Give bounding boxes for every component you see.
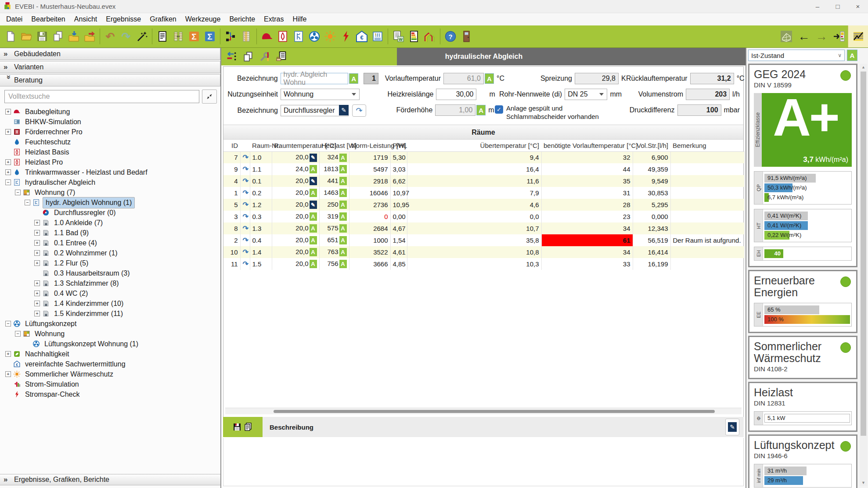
- table-cell[interactable]: 441A: [319, 175, 349, 187]
- table-cell[interactable]: 20,0A: [272, 222, 319, 234]
- table-cell[interactable]: 23: [541, 211, 633, 222]
- expand-icon[interactable]: +: [34, 280, 40, 286]
- table-cell[interactable]: 35: [541, 175, 633, 187]
- schema-icon[interactable]: [223, 28, 238, 45]
- compare-columns-icon[interactable]: [170, 28, 186, 45]
- vorlauftemperatur-field[interactable]: 61,0: [443, 73, 484, 84]
- table-cell[interactable]: 10,97: [390, 187, 407, 199]
- new-document-icon[interactable]: [3, 28, 18, 45]
- tree-item-label[interactable]: 0.2 Wohnzimmer (1): [52, 249, 119, 258]
- tree-item[interactable]: −Wohnung: [0, 329, 220, 339]
- sum-orange-icon[interactable]: Σ: [186, 28, 202, 45]
- table-cell[interactable]: 28: [541, 199, 633, 211]
- table-cell[interactable]: 7: [223, 151, 240, 163]
- tree-item-label[interactable]: 1.2 Flur (5): [52, 259, 90, 268]
- result-card-geg-2024[interactable]: GEG 2024DIN V 18599EffizienzklasseA+3,7 …: [748, 64, 857, 267]
- electricity-bolt-icon[interactable]: [338, 28, 354, 45]
- goto-room-icon[interactable]: ↷: [243, 248, 249, 256]
- table-cell[interactable]: [670, 211, 744, 222]
- goto-room-icon[interactable]: ↷: [243, 154, 249, 161]
- table-cell[interactable]: 56,519: [633, 234, 670, 246]
- expand-icon[interactable]: +: [5, 109, 11, 115]
- tree-item[interactable]: BHKW-Simulation: [0, 117, 220, 127]
- table-cell[interactable]: 20,0✎: [272, 199, 319, 211]
- table-cell[interactable]: [670, 199, 744, 211]
- tree-item-label[interactable]: Förderrechner Pro: [23, 128, 84, 136]
- tree-item[interactable]: Strom-Simulation: [0, 379, 220, 389]
- column-header[interactable]: P/HL: [390, 140, 407, 151]
- results-panel-bar[interactable]: » Ergebnisse, Grafiken, Berichte: [0, 474, 220, 485]
- expand-icon[interactable]: +: [5, 129, 11, 135]
- tree-item[interactable]: −Lüftungskonzept: [0, 319, 220, 329]
- table-cell[interactable]: ↷: [240, 211, 250, 222]
- ventilation-fan-icon[interactable]: [306, 28, 322, 45]
- tree-item[interactable]: €vereinfachte Sachwertermittlung: [0, 359, 220, 369]
- scroll-up-icon[interactable]: ▲: [860, 64, 867, 71]
- help-icon[interactable]: ?: [443, 28, 458, 45]
- section-bar-beratung[interactable]: »Beratung: [0, 74, 220, 86]
- table-cell[interactable]: Der Raum ist aufgrund.: [670, 234, 744, 246]
- collapse-icon[interactable]: −: [5, 179, 11, 185]
- table-cell[interactable]: ↷: [240, 246, 250, 258]
- exit-door-icon[interactable]: [458, 28, 474, 45]
- table-cell[interactable]: 32: [541, 151, 633, 163]
- table-cell[interactable]: 30,853: [633, 187, 670, 199]
- tree-item[interactable]: Lüftungskonzept Wohnung (1): [0, 339, 220, 349]
- scroll-down-icon[interactable]: ▼: [860, 479, 867, 486]
- menu-berichte[interactable]: Berichte: [225, 14, 259, 25]
- table-cell[interactable]: 6,62: [390, 175, 407, 187]
- edit-pencil-icon[interactable]: ✎: [339, 105, 349, 115]
- tree-item-label[interactable]: hydraulischer Abgleich: [23, 178, 97, 187]
- tree-item[interactable]: +1.4 Kinderzimmer (10): [0, 298, 220, 309]
- menu-extras[interactable]: Extras: [259, 14, 288, 25]
- table-cell[interactable]: 34: [541, 246, 633, 258]
- scrollbar-thumb[interactable]: [274, 410, 715, 413]
- table-cell[interactable]: 20,0A: [272, 246, 319, 258]
- table-cell[interactable]: 0.1: [250, 175, 272, 187]
- tree-item-label[interactable]: 0.1 Entree (4): [52, 239, 99, 248]
- table-cell[interactable]: 49,359: [633, 163, 670, 175]
- text-report-icon[interactable]: [155, 28, 170, 45]
- tree-item-label[interactable]: 1.3 Schlafzimmer (8): [52, 279, 121, 288]
- result-card-sommerlicher-w-rmeschutz[interactable]: Sommerlicher WärmeschutzDIN 4108-2: [748, 336, 857, 379]
- table-cell[interactable]: 763A: [319, 246, 349, 258]
- table-cell[interactable]: 4: [223, 175, 240, 187]
- table-cell[interactable]: ↷: [240, 199, 250, 211]
- copy-icon[interactable]: [50, 28, 66, 45]
- expand-icon[interactable]: +: [34, 291, 40, 296]
- table-cell[interactable]: 3522: [349, 246, 390, 258]
- column-header[interactable]: Übertemperatur [°C]: [407, 140, 541, 151]
- undo-icon[interactable]: ↶: [102, 28, 118, 45]
- heating-flame-icon[interactable]: [275, 28, 291, 45]
- column-header[interactable]: ID: [223, 140, 240, 151]
- table-cell[interactable]: 0,0: [407, 211, 541, 222]
- column-header[interactable]: benötigte Vorlauftemperatur [°C]: [541, 140, 633, 151]
- tree-item[interactable]: +1.5 Kinderzimmer (11): [0, 309, 220, 319]
- expand-icon[interactable]: +: [5, 351, 11, 357]
- table-cell[interactable]: 1.0: [250, 151, 272, 163]
- expand-icon[interactable]: +: [34, 301, 40, 306]
- table-cell[interactable]: 10: [223, 246, 240, 258]
- tree-item-label[interactable]: Nachhaltigkeit: [23, 350, 71, 359]
- tree-item-label[interactable]: 1.4 Kinderzimmer (10): [52, 299, 125, 308]
- tree-item-label[interactable]: Sommerlicher Wärmeschutz: [23, 370, 115, 379]
- collapse-icon[interactable]: −: [15, 190, 21, 195]
- heizkreislaenge-field[interactable]: 30,00: [436, 89, 476, 100]
- table-cell[interactable]: 756A: [319, 258, 349, 270]
- tree-item[interactable]: +Heizlast Pro: [0, 157, 220, 167]
- table-cell[interactable]: ↷: [240, 163, 250, 175]
- rohrnennweite-select[interactable]: DN 25: [565, 89, 607, 100]
- menu-ergebnisse[interactable]: Ergebnisse: [101, 14, 145, 25]
- energy-label-icon[interactable]: [406, 28, 422, 45]
- table-cell[interactable]: ↷: [240, 151, 250, 163]
- table-cell[interactable]: 8: [223, 222, 240, 234]
- durchflussregler-field[interactable]: Durchflussregler ✎: [281, 105, 349, 116]
- table-cell[interactable]: 20,0✎: [272, 175, 319, 187]
- table-cell[interactable]: 9,4: [407, 151, 541, 163]
- table-cell[interactable]: 16046: [349, 187, 390, 199]
- tree-item-label[interactable]: Strom-Simulation: [23, 380, 81, 389]
- table-cell[interactable]: 34: [541, 222, 633, 234]
- tree-item[interactable]: Stromspar-Check: [0, 389, 220, 399]
- table-cell[interactable]: 1.5: [250, 258, 272, 270]
- expand-icon[interactable]: +: [34, 250, 40, 256]
